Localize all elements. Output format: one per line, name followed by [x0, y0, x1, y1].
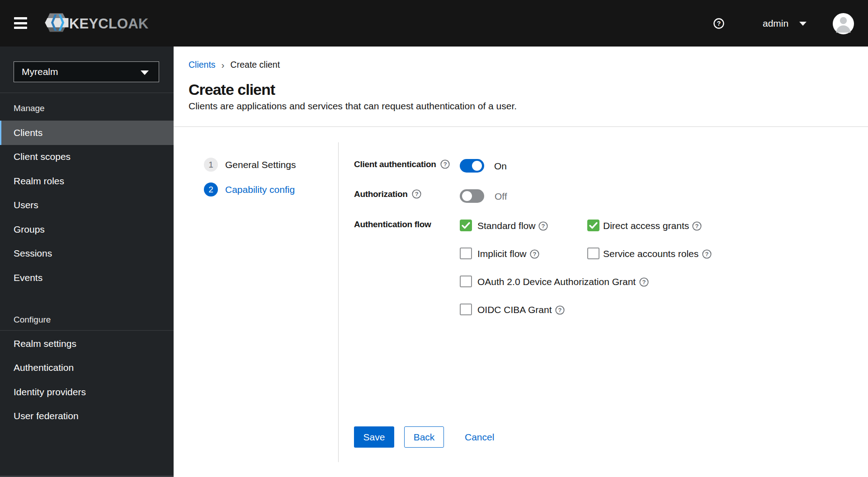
svg-text:KEYCLOAK: KEYCLOAK: [69, 16, 149, 32]
svg-text:?: ?: [695, 223, 699, 229]
svg-text:?: ?: [542, 223, 545, 229]
svg-text:?: ?: [642, 279, 646, 285]
svg-text:?: ?: [443, 161, 447, 168]
svg-text:?: ?: [558, 307, 562, 313]
svg-text:?: ?: [717, 20, 721, 27]
svg-text:?: ?: [533, 251, 537, 257]
svg-text:?: ?: [705, 251, 709, 257]
svg-text:?: ?: [415, 191, 418, 197]
